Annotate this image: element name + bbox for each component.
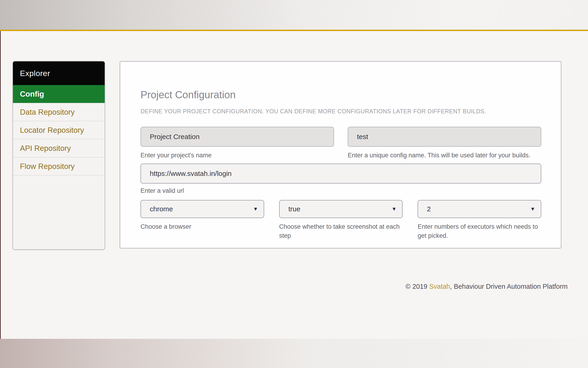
sidebar-item-label: Locator Repository: [20, 126, 84, 135]
project-configuration-panel: Project Configuration DEFINE YOUR PROJEC…: [120, 61, 561, 248]
brand-link[interactable]: Svatah: [429, 283, 450, 290]
sidebar-header-label: Explorer: [20, 69, 50, 78]
page-title: Project Configuration: [140, 89, 541, 101]
sidebar-item-flow-repository[interactable]: Flow Repository: [13, 157, 105, 175]
screenshot-select[interactable]: true ▼: [279, 200, 403, 218]
explorer-sidebar: Explorer Config Data Repository Locator …: [12, 61, 105, 250]
url-field-row: Enter a valid url: [140, 164, 541, 195]
project-name-input[interactable]: [140, 127, 334, 147]
copyright-footer: © 2019 Svatah, Behaviour Driven Automati…: [406, 283, 568, 290]
copyright-suffix: , Behaviour Driven Automation Platform: [450, 283, 568, 290]
sidebar-item-locator-repository[interactable]: Locator Repository: [13, 121, 105, 139]
config-name-group: Enter a unique config name. This will be…: [348, 127, 541, 160]
config-name-input[interactable]: [348, 127, 541, 147]
executors-select-value: 2: [427, 205, 431, 213]
copyright-text: © 2019: [406, 283, 429, 290]
executors-group: 2 ▼ Enter numbers of executors which nee…: [418, 200, 541, 240]
chevron-down-icon: ▼: [392, 206, 397, 212]
url-helper: Enter a valid url: [140, 186, 541, 195]
project-name-group: Enter your project's name: [140, 127, 334, 160]
browser-group: chrome ▼ Choose a browser: [140, 200, 264, 240]
sidebar-item-label: Config: [20, 90, 44, 99]
sidebar-item-config[interactable]: Config: [13, 85, 105, 103]
name-fields-row: Enter your project's name Enter a unique…: [140, 127, 541, 160]
sidebar-item-data-repository[interactable]: Data Repository: [13, 103, 105, 121]
sidebar-header-explorer: Explorer: [13, 61, 105, 85]
executors-helper: Enter numbers of executors which needs t…: [418, 222, 541, 240]
screenshot-select-value: true: [289, 205, 300, 213]
config-name-helper: Enter a unique config name. This will be…: [348, 151, 541, 160]
sidebar-empty-area: [13, 175, 105, 249]
sidebar-item-label: API Repository: [20, 144, 71, 153]
sidebar-item-api-repository[interactable]: API Repository: [13, 139, 105, 157]
options-row: chrome ▼ Choose a browser true ▼ Choose …: [140, 200, 541, 240]
screenshot-group: true ▼ Choose whether to take screenshot…: [279, 200, 403, 240]
screenshot-helper: Choose whether to take screenshot at eac…: [279, 222, 403, 240]
chevron-down-icon: ▼: [530, 206, 535, 212]
executors-select[interactable]: 2 ▼: [418, 200, 541, 218]
browser-select-value: chrome: [150, 205, 173, 213]
sidebar-item-label: Flow Repository: [20, 162, 75, 171]
sidebar-item-label: Data Repository: [20, 108, 75, 117]
top-gradient-band: [0, 0, 588, 30]
project-name-helper: Enter your project's name: [140, 151, 334, 160]
bottom-gradient-band: [0, 339, 588, 368]
browser-select[interactable]: chrome ▼: [140, 200, 264, 218]
content-area: Explorer Config Data Repository Locator …: [0, 31, 588, 339]
url-input[interactable]: [140, 164, 541, 184]
page-subtitle: DEFINE YOUR PROJECT CONFIGURATION. YOU C…: [140, 108, 541, 115]
chevron-down-icon: ▼: [253, 206, 258, 212]
browser-helper: Choose a browser: [140, 222, 264, 231]
